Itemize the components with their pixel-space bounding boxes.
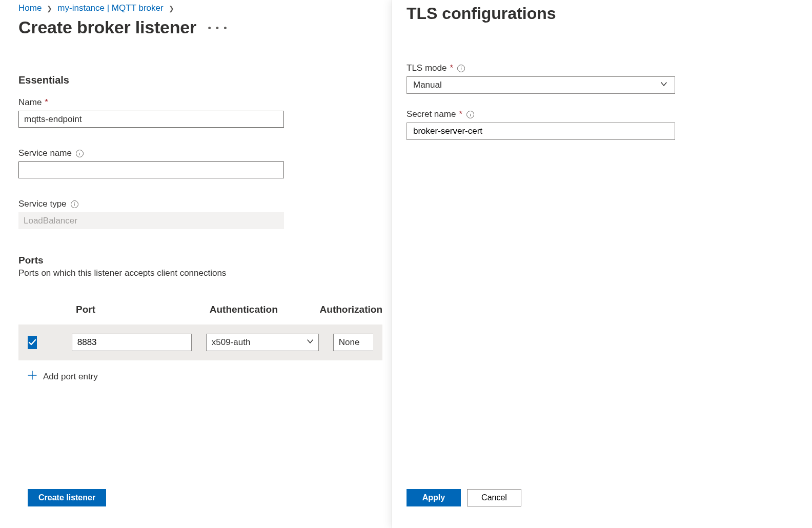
breadcrumb-home[interactable]: Home [18, 3, 42, 13]
service-name-label: Service name i [18, 148, 382, 158]
info-icon[interactable]: i [76, 150, 84, 157]
column-authentication: Authentication [210, 304, 320, 315]
secret-name-input[interactable] [407, 123, 675, 140]
info-icon[interactable]: i [466, 111, 474, 118]
column-authorization: Authorization [320, 304, 382, 315]
add-port-entry-label: Add port entry [43, 372, 98, 382]
page-title: Create broker listener [18, 17, 196, 37]
secret-name-label: Secret name* i [407, 109, 798, 119]
add-port-entry-button[interactable]: Add port entry [18, 371, 382, 382]
port-input[interactable] [72, 334, 192, 351]
side-panel-title: TLS configurations [407, 4, 798, 23]
authorization-select[interactable]: None [333, 334, 373, 351]
breadcrumb: Home ❯ my-instance | MQTT broker ❯ [18, 3, 382, 13]
ports-description: Ports on which this listener accepts cli… [18, 268, 382, 278]
service-type-label: Service type i [18, 199, 382, 209]
tls-mode-value: Manual [413, 80, 442, 90]
name-input[interactable] [18, 111, 284, 128]
chevron-right-icon: ❯ [47, 5, 52, 12]
chevron-right-icon: ❯ [169, 5, 174, 12]
info-icon[interactable]: i [457, 65, 465, 72]
cancel-button[interactable]: Cancel [467, 489, 521, 506]
more-actions-icon[interactable]: • • • [208, 23, 228, 33]
breadcrumb-instance[interactable]: my-instance | MQTT broker [57, 3, 163, 13]
service-type-input [18, 212, 284, 229]
info-icon[interactable]: i [71, 200, 78, 208]
column-port: Port [76, 304, 210, 315]
apply-button[interactable]: Apply [407, 489, 461, 506]
authentication-value: x509-auth [212, 337, 251, 348]
ports-table-header: Port Authentication Authorization [18, 304, 382, 315]
chevron-down-icon [660, 80, 667, 90]
authentication-select[interactable]: x509-auth [206, 334, 319, 351]
tls-mode-select[interactable]: Manual [407, 76, 675, 94]
ports-heading: Ports [18, 255, 382, 266]
row-checkbox[interactable] [28, 336, 37, 349]
ports-table-row: x509-auth None [18, 324, 382, 360]
service-name-input[interactable] [18, 161, 284, 178]
essentials-heading: Essentials [18, 74, 382, 86]
create-listener-button[interactable]: Create listener [28, 489, 106, 506]
checkmark-icon [28, 338, 36, 347]
name-label: Name* [18, 97, 382, 108]
plus-icon [28, 371, 37, 382]
tls-mode-label: TLS mode* i [407, 63, 798, 73]
authorization-value: None [339, 337, 360, 348]
